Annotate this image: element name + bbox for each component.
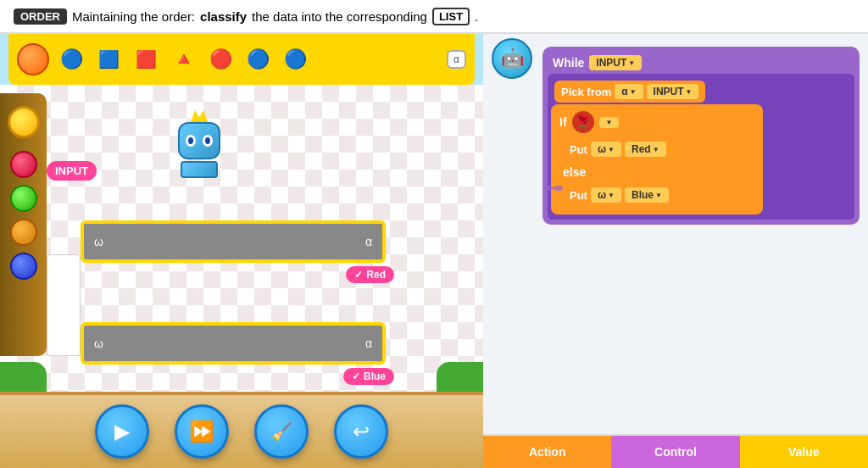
- badge-order: ORDER: [14, 8, 67, 25]
- machine-red-circle: [10, 151, 37, 178]
- else-label: else: [556, 164, 758, 181]
- tab-bar: Action Control Value: [483, 434, 868, 468]
- tab-control[interactable]: Control: [611, 436, 739, 468]
- game-canvas: INPUT Red: [0, 85, 483, 392]
- tab-action[interactable]: Action: [483, 436, 611, 468]
- machine-orange-circle: [10, 219, 37, 246]
- tray-bottom: [81, 322, 386, 365]
- code-panel: 🤖 🗑 − + ⊕ While INPUT Pic: [483, 34, 868, 468]
- put-label-1: Put: [570, 143, 587, 156]
- while-label: While: [553, 56, 584, 70]
- tray-bottom-container: Blue: [81, 322, 386, 365]
- link-icon[interactable]: [542, 181, 860, 200]
- pick-label: Pick from: [561, 86, 611, 98]
- put-omega-dropdown-1[interactable]: ω: [591, 142, 621, 157]
- machine-blue-circle: [10, 253, 37, 280]
- pick-input-dropdown[interactable]: INPUT: [647, 84, 699, 99]
- link-svg: [542, 181, 563, 196]
- shape-blue-triangle2[interactable]: 🔵: [242, 44, 273, 75]
- tray-top: [81, 220, 386, 263]
- shape-red-circle[interactable]: 🔴: [205, 44, 236, 75]
- while-input-dropdown[interactable]: INPUT: [589, 55, 642, 70]
- put-red-block: Put ω Red: [563, 138, 673, 160]
- machine-top-circle: [8, 106, 40, 138]
- robot-character: [170, 110, 229, 178]
- tab-action-label: Action: [529, 445, 566, 459]
- shape-blue-square[interactable]: 🟦: [93, 44, 124, 75]
- shape-toolbar: 🔵 🟦 🟥 🔺 🔴 🔵 🔵 α: [8, 34, 475, 85]
- grass-right: [437, 362, 483, 392]
- fast-forward-button[interactable]: ⏩: [175, 404, 229, 459]
- tab-value[interactable]: Value: [740, 436, 868, 468]
- put-red-dropdown[interactable]: Red: [625, 142, 666, 157]
- tray-top-container: Red: [81, 220, 386, 263]
- badge-list: LIST: [432, 8, 470, 25]
- grass-left: [0, 362, 47, 392]
- play-icon: ▶: [114, 420, 130, 443]
- fast-forward-icon: ⏩: [189, 420, 214, 443]
- shape-red-square[interactable]: 🟥: [131, 44, 161, 75]
- put-red-container: Put ω Red: [556, 135, 758, 164]
- robot-eye-right: [203, 135, 213, 147]
- left-machine: [0, 93, 47, 356]
- if-header: If 🌹: [556, 109, 758, 135]
- main-layout: 🔵 🟦 🟥 🔺 🔴 🔵 🔵 α INPUT: [0, 34, 868, 468]
- instruction-text-main: Maintaining the order:: [72, 9, 195, 24]
- instruction-period: .: [475, 9, 478, 24]
- robot-head: [178, 122, 220, 159]
- condition-icon: 🌹: [572, 111, 594, 133]
- clear-icon: 🧹: [271, 421, 292, 442]
- pick-var-dropdown[interactable]: α: [615, 84, 643, 99]
- game-panel: 🔵 🟦 🟥 🔺 🔴 🔵 🔵 α INPUT: [0, 34, 483, 468]
- robot-eyes: [186, 135, 213, 147]
- condition-dropdown[interactable]: [599, 117, 620, 128]
- shape-blue-triangle[interactable]: 🔵: [56, 44, 86, 75]
- shape-red-triangle[interactable]: 🔺: [168, 44, 198, 75]
- clear-button[interactable]: 🧹: [254, 404, 309, 459]
- white-panel: [47, 254, 81, 356]
- robot-body: [181, 161, 218, 178]
- code-area: While INPUT Pick from α INPUT If: [483, 34, 868, 434]
- while-header: While INPUT: [548, 52, 854, 74]
- shape-blue-circle[interactable]: 🔵: [280, 44, 310, 75]
- bottom-controls-bar: ▶ ⏩ 🧹 ↩: [0, 392, 483, 468]
- if-label: If: [559, 115, 567, 129]
- pick-block: Pick from α INPUT: [554, 81, 705, 103]
- input-badge: INPUT: [47, 161, 97, 181]
- undo-button[interactable]: ↩: [334, 404, 388, 459]
- play-button[interactable]: ▶: [95, 404, 149, 459]
- tray-top-label: Red: [346, 266, 394, 283]
- toolbar-circle-decoration: [17, 43, 49, 75]
- svg-rect-1: [554, 186, 563, 191]
- tab-control-label: Control: [654, 445, 697, 459]
- robot-eye-left: [186, 135, 196, 147]
- undo-icon: ↩: [353, 420, 370, 443]
- instruction-bar: ORDER Maintaining the order: classify th…: [0, 0, 868, 34]
- instruction-text-end: the data into the corresponding: [252, 9, 427, 24]
- robot-crown: [191, 110, 208, 122]
- alpha-badge: α: [447, 50, 466, 69]
- machine-green-circle: [10, 185, 37, 212]
- svg-rect-0: [542, 186, 551, 191]
- instruction-classify: classify: [200, 9, 247, 24]
- tray-bottom-label: Blue: [343, 368, 394, 385]
- tab-value-label: Value: [788, 445, 820, 459]
